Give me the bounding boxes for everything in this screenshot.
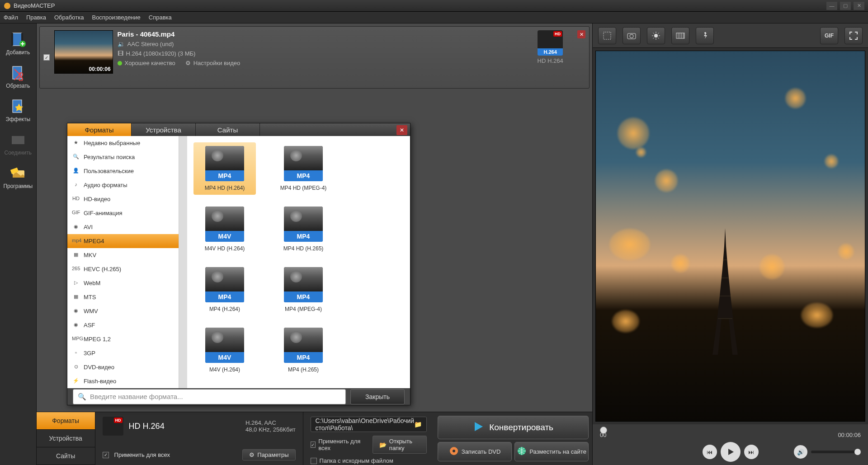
source-folder-checkbox[interactable]: [311, 458, 317, 464]
bottom-tab-devices[interactable]: Устройства: [37, 430, 95, 447]
convert-button[interactable]: Конвертировать: [438, 416, 589, 439]
category-item[interactable]: 👤Пользовательские: [67, 164, 179, 178]
next-button[interactable]: ⏭: [744, 445, 759, 459]
folder-browse-icon[interactable]: 📁: [414, 421, 422, 428]
category-item[interactable]: GIFGIF-анимация: [67, 206, 179, 220]
category-item[interactable]: ▷WebM: [67, 276, 179, 290]
seek-thumb[interactable]: [600, 427, 607, 434]
sidebar-merge: Соединить: [2, 127, 34, 160]
file-name: Paris - 40645.mp4: [118, 30, 523, 38]
dialog-tab-formats[interactable]: Форматы: [67, 123, 132, 136]
category-item[interactable]: ◉WMV: [67, 304, 179, 318]
file-item[interactable]: ✓ 00:00:06 Paris - 40645.mp4 🔉AAC Stereo…: [39, 26, 590, 89]
file-format[interactable]: HD H.264 HD H.264: [528, 30, 573, 85]
dialog-close-button[interactable]: Закрыть: [350, 389, 405, 404]
sidebar-crop[interactable]: Обрезать: [2, 61, 34, 93]
search-icon: 🔍: [78, 393, 86, 401]
category-list[interactable]: ★Недавно выбранные🔍Результаты поиска👤Пол…: [67, 136, 179, 388]
format-item[interactable]: HDMP4MP4 HD (H.264): [193, 142, 256, 195]
params-button[interactable]: ⚙Параметры: [242, 449, 295, 460]
format-item[interactable]: M4VM4V (H.264): [193, 324, 256, 376]
svg-rect-10: [18, 136, 24, 144]
menu-edit[interactable]: Правка: [26, 14, 46, 21]
sidebar-add[interactable]: Добавить: [2, 27, 34, 60]
apply-all-checkbox-2[interactable]: ✓: [311, 442, 316, 448]
category-item[interactable]: ⚡Flash-видео: [67, 374, 179, 388]
category-icon: mp4: [72, 238, 80, 245]
menu-file[interactable]: Файл: [4, 14, 18, 21]
format-icon: MP4: [284, 267, 323, 302]
burn-dvd-button[interactable]: Записать DVD: [438, 442, 512, 461]
format-icon: M4V: [205, 328, 244, 363]
dialog-tab-devices[interactable]: Устройства: [132, 123, 196, 136]
category-item[interactable]: ◉ASF: [67, 318, 179, 332]
volume-thumb[interactable]: [854, 449, 861, 455]
category-scrollbar[interactable]: [179, 136, 187, 388]
category-item[interactable]: MPGMPEG 1,2: [67, 332, 179, 346]
format-icon: HDM4V: [205, 207, 244, 242]
close-button[interactable]: ✕: [854, 2, 864, 10]
volume-slider[interactable]: [811, 451, 861, 453]
file-checkbox[interactable]: ✓: [43, 54, 50, 61]
format-item[interactable]: HDMP4MP4 HD (H.265): [272, 203, 335, 255]
category-icon: ◉: [72, 308, 80, 315]
volume-button[interactable]: 🔊: [794, 445, 807, 459]
speed-button[interactable]: [671, 27, 689, 44]
motion-button[interactable]: [696, 27, 714, 44]
format-item[interactable]: HDM4VM4V HD (H.264): [193, 203, 256, 255]
remove-file-button[interactable]: ✕: [577, 30, 585, 38]
category-item[interactable]: ▦MTS: [67, 290, 179, 304]
publish-button[interactable]: Разместить на сайте: [514, 442, 589, 461]
programs-icon: [10, 165, 26, 181]
format-search[interactable]: 🔍 Введите название формата...: [73, 389, 346, 404]
category-item[interactable]: ▫3GP: [67, 346, 179, 360]
format-item[interactable]: MP4MP4 (H.264): [193, 263, 256, 316]
prev-button[interactable]: ⏮: [703, 445, 717, 459]
category-item[interactable]: ◉AVI: [67, 220, 179, 234]
file-info: Paris - 40645.mp4 🔉AAC Stereo (und) 🎞H.2…: [118, 30, 523, 85]
eiffel-tower-graphic: [712, 228, 739, 355]
apply-all-checkbox-1[interactable]: ✓: [103, 452, 109, 458]
category-item[interactable]: ★Недавно выбранные: [67, 136, 179, 150]
fullscreen-button[interactable]: [844, 27, 863, 44]
brightness-button[interactable]: [647, 27, 665, 44]
sidebar-programs[interactable]: Программы: [2, 161, 34, 193]
category-item[interactable]: ⊙DVD-видео: [67, 360, 179, 374]
svg-rect-9: [12, 136, 18, 144]
menu-process[interactable]: Обработка: [54, 14, 84, 21]
category-item[interactable]: ▦MKV: [67, 248, 179, 262]
minimize-button[interactable]: —: [826, 2, 837, 10]
film-effects-icon: [10, 98, 26, 114]
selected-format-icon: HD: [103, 417, 123, 436]
category-item[interactable]: HDHD-видео: [67, 192, 179, 206]
snapshot-button[interactable]: [623, 27, 641, 44]
svg-rect-17: [604, 32, 611, 39]
menu-help[interactable]: Справка: [149, 14, 172, 21]
sidebar-effects[interactable]: Эффекты: [2, 94, 34, 127]
bottom-tab-sites[interactable]: Сайты: [37, 447, 95, 465]
dialog-tab-sites[interactable]: Сайты: [196, 123, 260, 136]
format-icon: MP4: [205, 267, 244, 302]
format-item[interactable]: MP4MP4 (H.265): [272, 324, 335, 376]
dialog-tabs: Форматы Устройства Сайты ✕: [67, 123, 410, 136]
category-item[interactable]: 🔍Результаты поиска: [67, 150, 179, 164]
output-path[interactable]: C:\Users\vaban\OneDrive\Рабочий стол\Раб…: [311, 417, 427, 432]
category-item[interactable]: ♪Аудио форматы: [67, 178, 179, 192]
video-preview[interactable]: [595, 51, 865, 422]
category-item[interactable]: mp4MPEG4: [67, 234, 179, 248]
category-item[interactable]: 265HEVC (H.265): [67, 262, 179, 276]
bottom-tabs: Форматы Устройства Сайты: [37, 412, 95, 465]
open-folder-button[interactable]: 📂Открыть папку: [373, 436, 427, 454]
format-item[interactable]: HDMP4MP4 HD (MPEG-4): [272, 142, 335, 195]
crop-tool-button[interactable]: [598, 27, 616, 44]
gif-button[interactable]: GIF: [820, 27, 838, 44]
bottom-tab-formats[interactable]: Форматы: [37, 412, 95, 430]
file-thumbnail[interactable]: 00:00:06: [54, 30, 113, 74]
format-item[interactable]: MP4MP4 (MPEG-4): [272, 263, 335, 316]
dialog-close-x[interactable]: ✕: [396, 125, 407, 135]
video-settings-link[interactable]: ⚙Настройки видео: [185, 60, 241, 66]
maximize-button[interactable]: ▢: [840, 2, 851, 10]
menu-playback[interactable]: Воспроизведение: [92, 14, 140, 21]
titlebar: ВидеоМАСТЕР — ▢ ✕: [0, 0, 868, 12]
play-button[interactable]: [721, 442, 741, 462]
